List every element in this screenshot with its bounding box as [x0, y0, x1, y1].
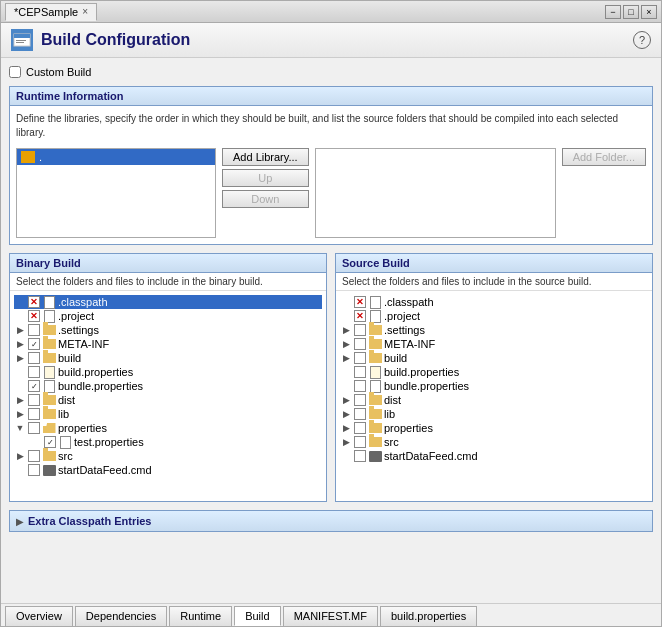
tree-file-icon — [42, 450, 56, 462]
tree-toggle-icon[interactable]: ▶ — [340, 436, 352, 448]
tree-toggle-icon[interactable]: ▶ — [14, 352, 26, 364]
maximize-button[interactable]: □ — [623, 5, 639, 19]
tree-toggle-icon[interactable]: ▼ — [14, 422, 26, 434]
custom-build-row: Custom Build — [9, 66, 653, 78]
tree-toggle-icon[interactable]: ▶ — [14, 394, 26, 406]
bottom-tab-dependencies[interactable]: Dependencies — [75, 606, 167, 626]
close-button[interactable]: × — [641, 5, 657, 19]
bottom-tab-runtime[interactable]: Runtime — [169, 606, 232, 626]
add-library-button[interactable]: Add Library... — [222, 148, 309, 166]
source-build-section: Source Build Select the folders and file… — [335, 253, 653, 502]
tree-checkbox[interactable] — [28, 450, 40, 462]
tree-checkbox[interactable] — [354, 436, 366, 448]
tree-item[interactable]: ▶build — [14, 351, 322, 365]
bottom-tab-overview[interactable]: Overview — [5, 606, 73, 626]
tree-item[interactable]: bundle.properties — [340, 379, 648, 393]
tab-close-button[interactable]: × — [82, 6, 88, 17]
tree-item[interactable]: ▶build — [340, 351, 648, 365]
tree-item[interactable]: ▶lib — [340, 407, 648, 421]
tree-item[interactable]: ▶src — [340, 435, 648, 449]
tree-item[interactable]: build.properties — [14, 365, 322, 379]
tree-checkbox[interactable]: ✓ — [28, 338, 40, 350]
tree-checkbox[interactable] — [28, 352, 40, 364]
tree-checkbox[interactable] — [354, 422, 366, 434]
minimize-button[interactable]: − — [605, 5, 621, 19]
add-folder-button[interactable]: Add Folder... — [562, 148, 646, 166]
tree-item[interactable]: ▶.settings — [14, 323, 322, 337]
tree-item[interactable]: ✓test.properties — [14, 435, 322, 449]
tree-checkbox[interactable]: ✕ — [354, 310, 366, 322]
library-list[interactable]: . — [16, 148, 216, 238]
tree-item[interactable]: startDataFeed.cmd — [14, 463, 322, 477]
runtime-buttons: Add Library... Up Down — [222, 148, 309, 208]
up-button[interactable]: Up — [222, 169, 309, 187]
tree-item-label: META-INF — [384, 338, 435, 350]
tree-toggle-icon — [340, 310, 352, 322]
runtime-section-body: Define the libraries, specify the order … — [10, 106, 652, 244]
tree-item[interactable]: ✕.project — [14, 309, 322, 323]
tree-toggle-icon[interactable]: ▶ — [340, 338, 352, 350]
tree-item[interactable]: ▶dist — [340, 393, 648, 407]
tree-checkbox[interactable] — [354, 324, 366, 336]
tree-checkbox[interactable]: ✓ — [28, 380, 40, 392]
tree-item[interactable]: ✕.classpath — [14, 295, 322, 309]
tree-toggle-icon[interactable]: ▶ — [340, 394, 352, 406]
tree-file-icon — [368, 338, 382, 350]
tree-item-label: bundle.properties — [58, 380, 143, 392]
custom-build-checkbox[interactable] — [9, 66, 21, 78]
tree-checkbox[interactable] — [354, 380, 366, 392]
tree-item[interactable]: ▼properties — [14, 421, 322, 435]
binary-build-header: Binary Build — [10, 254, 326, 273]
tree-checkbox[interactable]: ✓ — [44, 436, 56, 448]
tree-toggle-icon[interactable]: ▶ — [14, 408, 26, 420]
tree-checkbox[interactable] — [354, 338, 366, 350]
tree-item[interactable]: ✕.project — [340, 309, 648, 323]
tree-item[interactable]: startDataFeed.cmd — [340, 449, 648, 463]
tree-item[interactable]: ▶lib — [14, 407, 322, 421]
tree-checkbox[interactable] — [354, 450, 366, 462]
tree-item[interactable]: build.properties — [340, 365, 648, 379]
tree-item[interactable]: ▶✓META-INF — [14, 337, 322, 351]
tree-checkbox[interactable] — [28, 366, 40, 378]
tree-item[interactable]: ▶META-INF — [340, 337, 648, 351]
tree-toggle-icon[interactable]: ▶ — [14, 450, 26, 462]
tree-checkbox[interactable] — [354, 394, 366, 406]
source-folder-list[interactable] — [315, 148, 556, 238]
tree-checkbox[interactable] — [28, 394, 40, 406]
tree-checkbox[interactable]: ✕ — [28, 296, 40, 308]
tree-toggle-icon[interactable]: ▶ — [340, 422, 352, 434]
bottom-tab-build-properties[interactable]: build.properties — [380, 606, 477, 626]
tree-item[interactable]: ▶src — [14, 449, 322, 463]
tree-item[interactable]: ✕.classpath — [340, 295, 648, 309]
tree-checkbox[interactable]: ✕ — [28, 310, 40, 322]
extra-classpath-title: Extra Classpath Entries — [28, 515, 152, 527]
tree-checkbox[interactable] — [28, 422, 40, 434]
tree-toggle-icon[interactable]: ▶ — [14, 324, 26, 336]
source-build-tree[interactable]: ✕.classpath✕.project▶.settings▶META-INF▶… — [336, 291, 652, 501]
tree-item[interactable]: ▶dist — [14, 393, 322, 407]
help-button[interactable]: ? — [633, 31, 651, 49]
tree-toggle-icon[interactable]: ▶ — [14, 338, 26, 350]
library-item[interactable]: . — [17, 149, 215, 165]
tree-checkbox[interactable] — [28, 464, 40, 476]
editor-tab[interactable]: *CEPSample × — [5, 3, 97, 21]
tree-item[interactable]: ▶.settings — [340, 323, 648, 337]
tree-checkbox[interactable] — [354, 366, 366, 378]
bottom-tab-build[interactable]: Build — [234, 606, 280, 626]
extra-classpath-header[interactable]: ▶ Extra Classpath Entries — [10, 511, 652, 531]
tree-checkbox[interactable] — [354, 408, 366, 420]
tree-checkbox[interactable]: ✕ — [354, 296, 366, 308]
tree-toggle-icon[interactable]: ▶ — [340, 408, 352, 420]
binary-build-tree[interactable]: ✕.classpath✕.project▶.settings▶✓META-INF… — [10, 291, 326, 501]
bottom-tab-manifest[interactable]: MANIFEST.MF — [283, 606, 378, 626]
tree-item[interactable]: ▶properties — [340, 421, 648, 435]
tree-checkbox[interactable] — [28, 324, 40, 336]
tree-item-label: lib — [58, 408, 69, 420]
tree-toggle-icon[interactable]: ▶ — [340, 352, 352, 364]
tree-checkbox[interactable] — [354, 352, 366, 364]
down-button[interactable]: Down — [222, 190, 309, 208]
tree-item[interactable]: ✓bundle.properties — [14, 379, 322, 393]
tree-checkbox[interactable] — [28, 408, 40, 420]
tree-toggle-icon[interactable]: ▶ — [340, 324, 352, 336]
title-bar-left: *CEPSample × — [5, 3, 97, 21]
